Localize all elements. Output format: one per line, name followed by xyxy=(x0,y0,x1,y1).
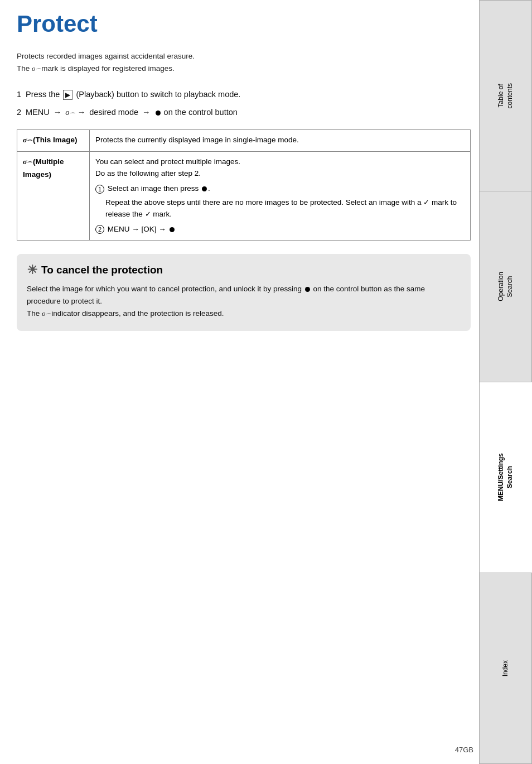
playback-button-icon: ▶ xyxy=(63,90,72,100)
sidebar-tab-toc[interactable]: Table ofcontents xyxy=(479,0,532,191)
protect-symbol: o⁀ xyxy=(65,108,73,117)
sidebar: Table ofcontents OperationSearch MENU/Se… xyxy=(479,0,532,764)
mode-table: σ⁀ (This Image) Protects the currently d… xyxy=(17,129,471,241)
sidebar-tab-menu-label: MENU/SettingsSearch xyxy=(497,453,514,501)
sidebar-tab-toc-label: Table ofcontents xyxy=(497,83,514,108)
sidebar-tab-operation[interactable]: OperationSearch xyxy=(479,191,532,382)
intro-line-1: Protects recorded images against acciden… xyxy=(17,52,195,60)
step-2: 2 MENU → o⁀ → desired mode → on the cont… xyxy=(17,105,471,120)
cancel-section: ☀ To cancel the protection Select the im… xyxy=(17,254,471,331)
bullet-icon xyxy=(156,110,161,116)
tip-icon: ☀ xyxy=(27,263,38,277)
intro-line-2: The o⁀ mark is displayed for registered … xyxy=(17,64,175,73)
table-cell-right-2: You can select and protect multiple imag… xyxy=(90,152,471,241)
main-content: Protect Protects recorded images against… xyxy=(17,0,471,353)
step-1: 1 Press the ▶ (Playback) button to switc… xyxy=(17,88,471,102)
table-cell-left-1: σ⁀ (This Image) xyxy=(17,129,90,152)
intro-text: Protects recorded images against acciden… xyxy=(17,50,471,75)
sidebar-tab-index-label: Index xyxy=(501,660,510,676)
sidebar-tab-index[interactable]: Index xyxy=(479,573,532,764)
cancel-text: Select the image for which you want to c… xyxy=(27,283,461,321)
cancel-title: ☀ To cancel the protection xyxy=(27,263,461,277)
sidebar-tab-operation-label: OperationSearch xyxy=(497,272,514,301)
table-row-2: σ⁀ (Multiple Images) You can select and … xyxy=(17,152,471,241)
page-title: Protect xyxy=(17,11,471,37)
table-cell-left-2: σ⁀ (Multiple Images) xyxy=(17,152,90,241)
table-cell-right-1: Protects the currently displayed image i… xyxy=(90,129,471,152)
sidebar-tab-menu[interactable]: MENU/SettingsSearch xyxy=(479,382,532,573)
page-number: 47GB xyxy=(455,746,473,754)
table-row-1: σ⁀ (This Image) Protects the currently d… xyxy=(17,129,471,152)
